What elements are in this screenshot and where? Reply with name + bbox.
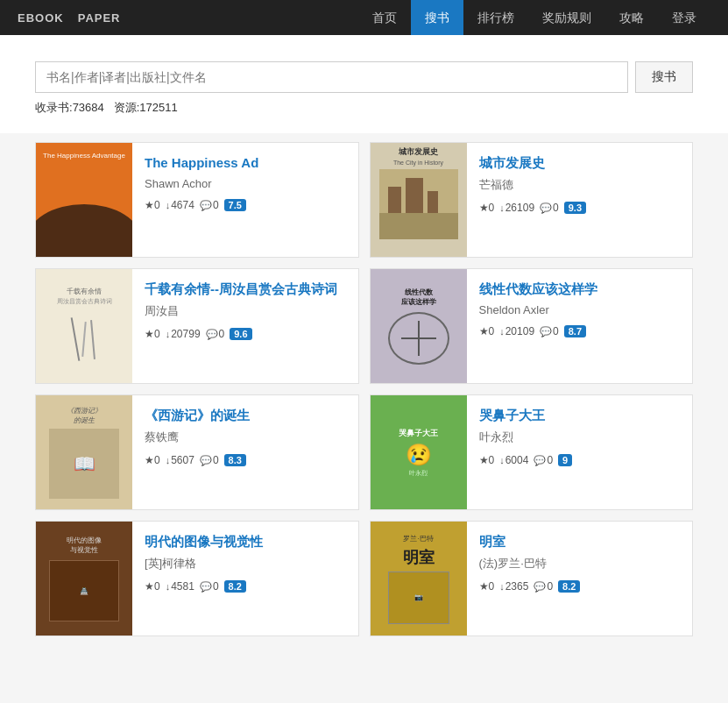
stats-resources-label: 资源: — [114, 101, 140, 114]
book-cover: 明代的图像与视觉性 🏯 — [36, 522, 132, 636]
book-star: ★0 — [479, 580, 495, 593]
book-score: 8.2 — [558, 580, 580, 593]
book-meta: ★0 4581 💬0 8.2 — [145, 580, 346, 593]
book-meta: ★0 5607 💬0 8.3 — [145, 454, 346, 466]
nav-links: 首页 搜书 排行榜 奖励规则 攻略 登录 — [358, 0, 710, 35]
book-downloads: 2365 — [499, 580, 528, 593]
stats-books-count: 73684 — [73, 101, 104, 114]
book-card[interactable]: 城市发展史 The City in History 城市发展史 芒福德 ★0 2… — [370, 142, 694, 258]
nav-search[interactable]: 搜书 — [411, 0, 463, 35]
book-comments: 💬0 — [200, 454, 219, 466]
search-row: 搜书 — [35, 61, 693, 93]
download-icon — [166, 199, 171, 211]
book-title[interactable]: The Happiness Ad — [145, 153, 346, 172]
comment-icon: 💬 — [200, 200, 212, 211]
book-author: 蔡铁鹰 — [145, 430, 346, 445]
book-title[interactable]: 明室 — [479, 532, 681, 550]
nav-home[interactable]: 首页 — [358, 0, 411, 35]
download-icon — [499, 325, 505, 337]
book-info: The Happiness Ad Shawn Achor ★0 4674 💬0 … — [132, 143, 358, 257]
book-info: 城市发展史 芒福德 ★0 26109 💬0 9.3 — [467, 143, 693, 257]
book-title[interactable]: 城市发展史 — [479, 153, 681, 172]
book-author: (法)罗兰·巴特 — [479, 556, 681, 572]
book-title[interactable]: 明代的图像与视觉性 — [145, 532, 346, 550]
book-card[interactable]: 罗兰·巴特 明室 📷 明室 (法)罗兰·巴特 ★0 2365 💬0 8.2 — [370, 521, 694, 636]
book-card[interactable]: 哭鼻子大王 😢 叶永烈 哭鼻子大王 叶永烈 ★0 6004 💬0 9 — [370, 394, 694, 510]
comment-icon: 💬 — [540, 202, 552, 214]
book-card[interactable]: 千载有余情 周汝昌赏会古典诗词 千载有余情--周汝昌赏会古典诗词 周汝昌 ★0 … — [35, 268, 359, 384]
book-title[interactable]: 哭鼻子大王 — [479, 406, 681, 424]
book-cover: 线性代数应该这样学 — [371, 269, 467, 383]
book-downloads: 6004 — [499, 454, 528, 466]
book-cover: 城市发展史 The City in History — [371, 143, 467, 257]
book-comments: 💬0 — [534, 454, 553, 466]
book-star: ★0 — [145, 199, 160, 211]
book-comments: 💬0 — [200, 580, 219, 593]
search-input[interactable] — [35, 61, 628, 93]
book-comments: 💬0 — [540, 202, 559, 214]
nav-ranking[interactable]: 排行榜 — [463, 0, 528, 35]
brand: EBOOK PAPER — [18, 11, 121, 25]
book-card[interactable]: 《西游记》的诞生 📖 《西游记》的诞生 蔡铁鹰 ★0 5607 💬0 8.3 — [35, 394, 359, 510]
book-info: 《西游记》的诞生 蔡铁鹰 ★0 5607 💬0 8.3 — [132, 395, 358, 509]
book-meta: ★0 20109 💬0 8.7 — [479, 325, 681, 337]
book-meta: ★0 4674 💬0 7.5 — [145, 199, 346, 211]
book-info: 哭鼻子大王 叶永烈 ★0 6004 💬0 9 — [467, 395, 693, 509]
book-title[interactable]: 《西游记》的诞生 — [145, 406, 346, 424]
book-comments: 💬0 — [200, 199, 219, 211]
book-card[interactable]: The Happiness Advantage The Happiness Ad… — [35, 142, 359, 258]
book-score: 8.3 — [224, 454, 246, 466]
book-comments: 💬0 — [206, 328, 225, 340]
book-downloads: 4674 — [166, 199, 194, 211]
navbar: EBOOK PAPER 首页 搜书 排行榜 奖励规则 攻略 登录 — [0, 0, 728, 35]
comment-icon: 💬 — [200, 581, 212, 593]
nav-login[interactable]: 登录 — [658, 0, 710, 35]
book-meta: ★0 26109 💬0 9.3 — [479, 202, 681, 214]
comment-icon: 💬 — [534, 581, 546, 593]
book-author: 叶永烈 — [479, 430, 681, 445]
brand-ebook[interactable]: EBOOK — [18, 11, 64, 25]
book-downloads: 4581 — [166, 580, 194, 593]
book-author: 芒福德 — [479, 177, 681, 193]
download-icon — [499, 202, 505, 214]
book-cover: The Happiness Advantage — [36, 143, 132, 257]
book-downloads: 26109 — [499, 202, 534, 214]
book-info: 明室 (法)罗兰·巴特 ★0 2365 💬0 8.2 — [467, 522, 693, 636]
nav-guide[interactable]: 攻略 — [605, 0, 658, 35]
book-info: 明代的图像与视觉性 [英]柯律格 ★0 4581 💬0 8.2 — [132, 522, 358, 636]
book-card[interactable]: 明代的图像与视觉性 🏯 明代的图像与视觉性 [英]柯律格 ★0 4581 💬0 … — [35, 521, 359, 636]
book-author: 周汝昌 — [145, 303, 346, 319]
search-stats: 收录书:73684 资源:172511 — [35, 100, 693, 116]
book-comments: 💬0 — [540, 325, 559, 337]
book-cover: 《西游记》的诞生 📖 — [36, 395, 132, 509]
book-downloads: 20799 — [166, 328, 201, 340]
search-area: 搜书 收录书:73684 资源:172511 — [0, 35, 728, 133]
book-star: ★0 — [145, 580, 160, 593]
nav-rewards[interactable]: 奖励规则 — [528, 0, 605, 35]
download-icon — [166, 580, 171, 593]
book-title[interactable]: 千载有余情--周汝昌赏会古典诗词 — [145, 280, 346, 298]
book-cover: 千载有余情 周汝昌赏会古典诗词 — [36, 269, 132, 383]
book-score: 9.6 — [230, 328, 251, 340]
book-info: 线性代数应该这样学 Sheldon Axler ★0 20109 💬0 8.7 — [467, 269, 693, 383]
comment-icon: 💬 — [200, 455, 212, 466]
download-icon — [499, 454, 505, 466]
book-author: Sheldon Axler — [479, 303, 681, 316]
book-downloads: 5607 — [166, 454, 194, 466]
books-grid: The Happiness Advantage The Happiness Ad… — [35, 142, 693, 636]
download-icon — [166, 454, 171, 466]
stats-books-label: 收录书: — [35, 101, 73, 114]
book-card[interactable]: 线性代数应该这样学 线性代数应该这样学 Sheldon Axler ★0 201… — [370, 268, 694, 384]
stats-resources-count: 172511 — [139, 101, 177, 114]
brand-paper[interactable]: PAPER — [78, 11, 121, 25]
book-title[interactable]: 线性代数应该这样学 — [479, 280, 681, 298]
book-cover: 罗兰·巴特 明室 📷 — [371, 522, 467, 636]
comment-icon: 💬 — [534, 455, 546, 466]
book-score: 7.5 — [224, 199, 246, 211]
main-content: The Happiness Advantage The Happiness Ad… — [0, 133, 728, 663]
comment-icon: 💬 — [540, 326, 552, 337]
download-icon — [166, 328, 171, 340]
book-score: 8.2 — [224, 580, 246, 593]
book-star: ★0 — [145, 328, 160, 340]
search-button[interactable]: 搜书 — [635, 61, 693, 93]
